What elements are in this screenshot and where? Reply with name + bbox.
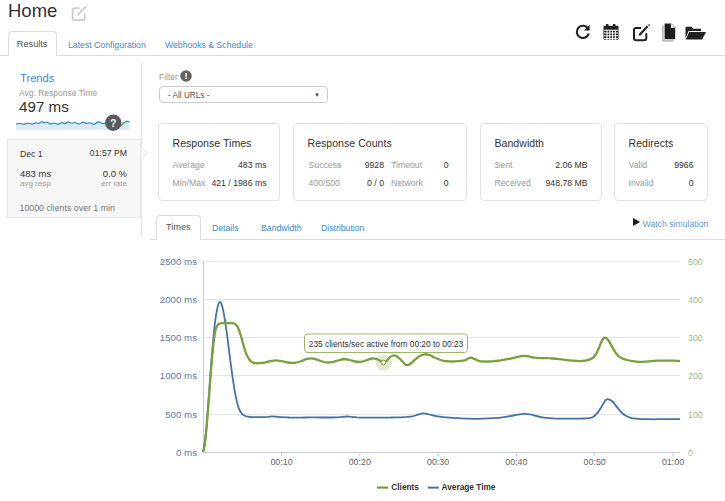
svg-text:400: 400 <box>688 295 703 305</box>
svg-text:235 clients/sec active from 00: 235 clients/sec active from 00:20 to 00:… <box>309 339 464 349</box>
svg-text:01:00: 01:00 <box>662 457 684 467</box>
svg-text:2000 ms: 2000 ms <box>160 294 197 305</box>
svg-text:00:30: 00:30 <box>427 457 449 467</box>
svg-text:1000 ms: 1000 ms <box>160 370 197 381</box>
svg-text:00:20: 00:20 <box>349 457 371 467</box>
svg-text:Clients: Clients <box>391 482 419 492</box>
svg-text:00:40: 00:40 <box>505 457 527 467</box>
svg-text:500 ms: 500 ms <box>165 409 197 420</box>
svg-text:00:10: 00:10 <box>270 457 292 467</box>
svg-text:1500 ms: 1500 ms <box>160 332 197 343</box>
svg-text:100: 100 <box>688 410 703 420</box>
svg-text:0 ms: 0 ms <box>176 447 197 458</box>
svg-text:Average Time: Average Time <box>442 482 496 492</box>
svg-text:300: 300 <box>688 333 703 343</box>
svg-text:200: 200 <box>688 371 703 381</box>
svg-text:?: ? <box>110 117 116 129</box>
svg-text:!: ! <box>185 71 188 81</box>
svg-text:00:50: 00:50 <box>584 457 606 467</box>
svg-text:500: 500 <box>688 257 703 267</box>
svg-text:2500 ms: 2500 ms <box>160 256 197 267</box>
svg-text:0: 0 <box>688 448 693 458</box>
